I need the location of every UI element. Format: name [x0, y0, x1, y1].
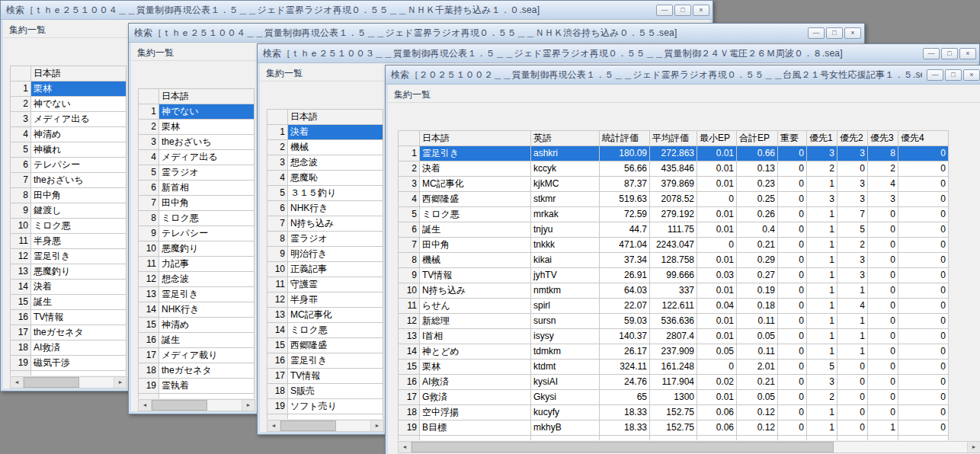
cell[interactable]: 0.06: [697, 420, 737, 436]
scroll-left-button[interactable]: ◄: [11, 377, 24, 388]
scrollbar-thumb[interactable]: [152, 400, 207, 411]
cell[interactable]: 田中角: [159, 196, 255, 211]
cell[interactable]: 4: [837, 299, 868, 314]
cell[interactable]: theガセネタ: [31, 325, 127, 340]
row-number-cell[interactable]: 16: [399, 375, 420, 390]
cell[interactable]: 0: [898, 268, 949, 283]
cell[interactable]: 0.23: [737, 177, 778, 192]
scrollbar-thumb[interactable]: [24, 377, 79, 388]
cell[interactable]: 0: [898, 253, 949, 268]
cell[interactable]: 3: [807, 146, 837, 161]
table-row[interactable]: 1霊足引きashkri180.09272.8630.010.6603380: [399, 146, 949, 161]
row-number-cell[interactable]: 9: [267, 247, 288, 262]
cell[interactable]: 7: [837, 207, 868, 222]
cell[interactable]: 半身悪: [31, 234, 127, 249]
cell[interactable]: 1300: [650, 390, 697, 405]
cell[interactable]: 0.29: [737, 253, 778, 268]
column-header[interactable]: 日本語: [31, 66, 127, 82]
table-row[interactable]: 2機械: [267, 140, 383, 155]
cell[interactable]: 0.66: [737, 146, 778, 161]
row-number-cell[interactable]: 1: [139, 104, 159, 120]
cell[interactable]: 4: [868, 177, 898, 192]
cell[interactable]: ３１５釣り: [288, 186, 383, 201]
table-row[interactable]: 1神でない: [139, 104, 255, 120]
cell[interactable]: らせん: [420, 299, 531, 314]
cell[interactable]: 59.03: [600, 314, 650, 329]
cell[interactable]: 栗林: [31, 82, 127, 97]
table-row[interactable]: 15栗林ktdmt324.11161.24802.0105000: [399, 360, 949, 375]
minimize-button[interactable]: —: [808, 27, 825, 39]
cell[interactable]: kikai: [531, 253, 600, 268]
cell[interactable]: 0.01: [697, 161, 737, 177]
cell[interactable]: 想念波: [159, 272, 255, 287]
row-number-cell[interactable]: 6: [267, 201, 288, 216]
cell[interactable]: 0.21: [737, 375, 778, 390]
cell[interactable]: 0: [898, 146, 949, 161]
cell[interactable]: 1: [837, 344, 868, 360]
cell[interactable]: 1: [807, 344, 837, 360]
cell[interactable]: 霊足引き: [31, 249, 127, 264]
table-row[interactable]: 6テレパシー: [11, 158, 127, 173]
scroll-right-button[interactable]: ►: [967, 442, 980, 452]
cell[interactable]: 99.666: [650, 268, 697, 283]
cell[interactable]: 2807.4: [650, 329, 697, 344]
cell[interactable]: 半身罪: [288, 293, 383, 308]
cell[interactable]: spirl: [531, 299, 600, 314]
horizontal-scrollbar[interactable]: ◄ ►: [138, 399, 255, 411]
table-row[interactable]: 15神清め: [139, 318, 255, 333]
cell[interactable]: 0: [868, 360, 898, 375]
table-row[interactable]: 16TV情報: [11, 310, 127, 325]
table-row[interactable]: 3メディア出る: [11, 112, 127, 127]
table-row[interactable]: 10正義記事: [267, 262, 383, 277]
table-row[interactable]: 7田中角tnkkk471.042243.04700.2101200: [399, 238, 949, 253]
titlebar[interactable]: 検索［２０２５１００２＿＿質量制御再現公表１．５＿＿ジェド霊界ラジオ再現０．５５…: [386, 66, 980, 85]
row-number-cell[interactable]: 13: [267, 308, 288, 323]
cell[interactable]: 0.4: [737, 222, 778, 238]
table-row[interactable]: 14神とどめtdmkm26.17237.9090.050.1101100: [399, 344, 949, 360]
cell[interactable]: 0: [898, 192, 949, 207]
cell[interactable]: 神清め: [159, 318, 255, 333]
cell[interactable]: 0.01: [697, 253, 737, 268]
cell[interactable]: 117.904: [650, 375, 697, 390]
row-number-cell[interactable]: 1: [11, 82, 31, 97]
cell[interactable]: 87.37: [600, 177, 650, 192]
row-number-cell[interactable]: 8: [139, 211, 159, 226]
table-row[interactable]: 13MC記事化: [267, 308, 383, 323]
cell[interactable]: 0: [868, 253, 898, 268]
cell[interactable]: 0: [778, 253, 807, 268]
cell[interactable]: 0: [778, 177, 807, 192]
cell[interactable]: 機械: [288, 140, 383, 155]
cell[interactable]: メディア出る: [159, 150, 255, 165]
close-button[interactable]: ×: [963, 69, 980, 81]
row-number-cell[interactable]: 15: [267, 338, 288, 353]
row-number-cell[interactable]: 12: [267, 293, 288, 308]
cell[interactable]: 2: [837, 238, 868, 253]
cell[interactable]: 0: [898, 299, 949, 314]
cell[interactable]: 0.13: [737, 161, 778, 177]
table-row[interactable]: 16AI救済kysiAI24.76117.9040.020.2103000: [399, 375, 949, 390]
cell[interactable]: 1: [807, 222, 837, 238]
table-row[interactable]: 19磁気干渉: [11, 356, 127, 371]
cell[interactable]: AI救済: [420, 375, 531, 390]
row-number-cell[interactable]: 9: [399, 268, 420, 283]
table-row[interactable]: 12想念波: [139, 272, 255, 287]
cell[interactable]: 新総理: [420, 314, 531, 329]
cell[interactable]: 神でない: [159, 104, 255, 120]
scrollbar-track[interactable]: [412, 442, 967, 452]
close-button[interactable]: ×: [693, 5, 709, 16]
titlebar[interactable]: 検索［ｔｈｅ２５１００４＿＿質量制御再現公表１．５＿＿ジェド霊界ラジオ再現０．５…: [1, 1, 713, 20]
cell[interactable]: 128.758: [650, 253, 697, 268]
cell[interactable]: 誕生: [31, 295, 127, 310]
cell[interactable]: 24.76: [600, 375, 650, 390]
cell[interactable]: 18.33: [600, 405, 650, 420]
row-number-cell[interactable]: 6: [11, 158, 31, 173]
cell[interactable]: ミロク悪: [159, 211, 255, 226]
cell[interactable]: G救済: [420, 390, 531, 405]
table-row[interactable]: 12霊足引き: [11, 249, 127, 264]
cell[interactable]: 0: [898, 360, 949, 375]
row-number-cell[interactable]: 5: [11, 142, 31, 158]
cell[interactable]: 3: [837, 253, 868, 268]
row-number-cell[interactable]: 4: [267, 171, 288, 186]
table-row[interactable]: 3MC記事化kjkMC87.37379.8690.010.2301340: [399, 177, 949, 192]
cell[interactable]: 0: [778, 360, 807, 375]
